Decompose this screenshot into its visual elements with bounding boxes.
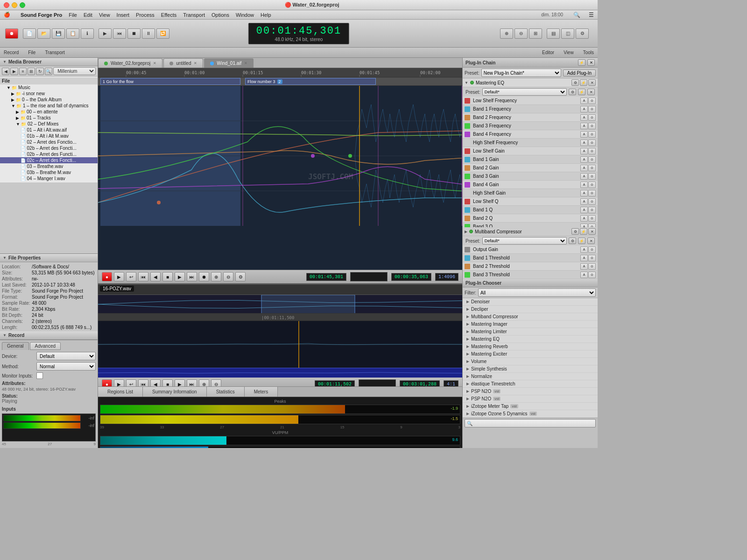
tree-item[interactable]: 0 – the Dark Album [0,97,98,103]
record-button[interactable]: ⏺ [5,28,18,39]
chooser-plugin-item[interactable]: Normalize [463,373,598,380]
chooser-plugin-item[interactable]: Mastering Reverb [463,343,598,350]
extra-btn-2a[interactable]: ⊕ [199,379,209,386]
menu-view[interactable]: View [99,12,110,18]
tab-regions-list[interactable]: Regions List [98,387,143,397]
tab-water[interactable]: Water_02.forgeproj ✕ [98,58,162,68]
chooser-plugin-item[interactable]: Mastering Exciter [463,350,598,358]
chooser-plugin-item[interactable]: PSP N2O vst [463,395,598,403]
param-link-btn[interactable]: ⊙ [588,224,596,228]
chooser-search-input[interactable] [465,419,596,427]
tree-item[interactable]: 1 – the rise and fall of dynamics [0,103,98,109]
param-automate-btn[interactable]: A [580,131,588,138]
selection-display-1[interactable] [350,272,388,281]
plugin-power-btn[interactable]: ⚡ [578,59,585,66]
prev-1[interactable]: ◀ [150,272,161,281]
chooser-plugin-item[interactable]: Mastering Limiter [463,328,598,336]
stop-button[interactable]: ⏹ [127,28,141,39]
browser-forward[interactable]: ▶ [10,68,18,75]
menu-effects[interactable]: Effects [161,12,176,18]
add-plugin-button[interactable]: Add Plug-In [563,70,596,77]
skip-end-2[interactable]: ⏭ [187,379,197,386]
tree-item[interactable]: Music [0,84,98,91]
selection-display-2[interactable] [359,379,396,386]
comp-link-btn[interactable]: ⊙ [588,272,596,278]
tree-item[interactable]: 04 – Manger I.wav [0,175,98,182]
zoom-in[interactable]: ⊕ [500,28,513,39]
eq-toggle-btn[interactable]: ⚡ [580,79,587,86]
tab-meters[interactable]: Meters [245,387,278,397]
param-link-btn[interactable]: ⊙ [588,131,596,138]
menu-window[interactable]: Window [236,12,254,18]
comp-link-btn[interactable]: ⊙ [588,263,596,270]
tree-item[interactable]: -i snor new [0,91,98,97]
chooser-plugin-item[interactable]: élastique Timestretch [463,380,598,388]
menu-edit[interactable]: Edit [84,12,92,18]
param-link-btn[interactable]: ⊙ [588,190,596,196]
waveform-view[interactable]: JSOFTJ.COM [98,86,462,270]
comp-preset-toggle[interactable]: ⚡ [578,238,585,244]
eq-preset-select[interactable]: Default* [482,88,567,96]
param-link-btn[interactable]: ⊙ [588,165,596,171]
param-link-btn[interactable]: ⊙ [588,182,596,188]
comp-automate-btn[interactable]: A [580,272,588,278]
param-automate-btn[interactable]: A [580,198,588,205]
loop-btn-1[interactable]: ↩ [126,272,136,281]
zoom-button[interactable] [20,2,25,8]
monitor-checkbox[interactable] [36,372,43,379]
plugin-preset-select[interactable]: New Plug-In Chain* [481,69,561,77]
tab-summary[interactable]: Summary Information [143,387,207,397]
param-automate-btn[interactable]: A [580,106,588,112]
param-automate-btn[interactable]: A [580,140,588,146]
extra-btn-1[interactable]: ⊕ [211,272,221,281]
play-button[interactable]: ▶ [99,28,112,39]
comp-link-btn[interactable]: ⊙ [588,255,596,261]
next-2[interactable]: ▶ [175,379,185,386]
play-btn-2[interactable]: ▶ [114,379,124,386]
loop-button[interactable]: 🔁 [156,28,169,39]
tree-item[interactable]: 01 – Alt i Alt.wav.aif [0,127,98,133]
skip-start-2[interactable]: ⏮ [138,379,148,386]
eq-preset-remove[interactable]: ✕ [587,89,595,95]
param-automate-btn[interactable]: A [580,123,588,129]
param-link-btn[interactable]: ⊙ [588,173,596,180]
search-icon[interactable]: 🔍 [573,12,580,18]
eq-preset-settings[interactable]: ⚙ [569,89,576,95]
tree-item[interactable]: 02b – Arret des Foncti... [0,145,98,151]
zoom-fit[interactable]: ⊞ [529,28,542,39]
tab-close-wind[interactable]: ✕ [244,61,247,65]
param-link-btn[interactable]: ⊙ [588,123,596,129]
tab-wind[interactable]: Wind_01.aif ✕ [204,58,254,68]
comp-settings-btn[interactable]: ⚙ [571,228,579,235]
prev-2[interactable]: ◀ [150,379,161,386]
param-link-btn[interactable]: ⊙ [588,98,596,104]
comp-automate-btn[interactable]: A [580,246,588,253]
param-automate-btn[interactable]: A [580,224,588,228]
chooser-plugin-item[interactable]: Denoiser [463,298,598,306]
chooser-plugin-item[interactable]: Simple Synthesis [463,365,598,373]
param-automate-btn[interactable]: A [580,98,588,104]
param-link-btn[interactable]: ⊙ [588,148,596,154]
open-button[interactable]: 📂 [37,28,50,39]
comp-preset-settings[interactable]: ⚙ [569,238,576,244]
properties-button[interactable]: ℹ [81,28,94,39]
chooser-plugin-item[interactable]: Multiband Compressor [463,313,598,321]
tree-item[interactable]: 02b – Arret des Functi... [0,151,98,157]
param-automate-btn[interactable]: A [580,173,588,180]
zoom-out[interactable]: ⊖ [514,28,528,39]
tree-item[interactable]: 03b – Breathe M.wav [0,169,98,175]
param-automate-btn[interactable]: A [580,190,588,196]
menu-help[interactable]: Help [261,12,271,18]
menu-icon[interactable]: ☰ [589,12,594,18]
menu-options[interactable]: Options [211,12,229,18]
eq-preset-toggle[interactable]: ⚡ [578,89,585,95]
comp-preset-remove[interactable]: ✕ [587,238,595,244]
chooser-plugin-item[interactable]: Decliper [463,306,598,313]
tab-close-untitled[interactable]: ✕ [194,61,197,65]
chooser-filter-select[interactable]: All [478,288,596,297]
rec-button-2[interactable]: ● [102,379,112,386]
tree-item[interactable]: 02 – Def Mixes [0,121,98,127]
next-1[interactable]: ▶ [175,272,185,281]
plugin-expand-eq[interactable]: ▼ [465,81,468,85]
param-automate-btn[interactable]: A [580,148,588,154]
